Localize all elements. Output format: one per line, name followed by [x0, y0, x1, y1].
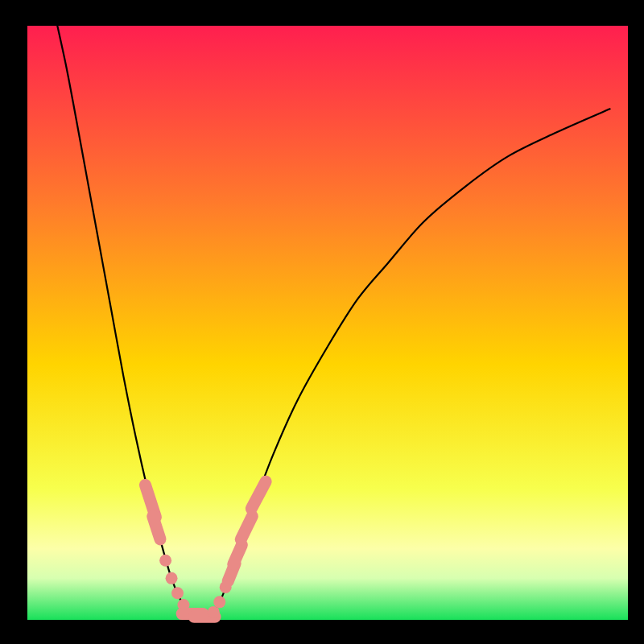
plot-background	[27, 26, 628, 620]
curve-marker	[159, 555, 171, 567]
curve-marker	[213, 596, 225, 608]
curve-marker	[233, 545, 242, 564]
curve-marker	[153, 516, 160, 539]
chart-stage: TheBottleneck.com	[0, 0, 644, 644]
curve-marker	[208, 606, 220, 618]
bottleneck-curve-chart	[0, 0, 644, 644]
curve-marker	[166, 572, 178, 584]
curve-marker	[171, 587, 184, 599]
